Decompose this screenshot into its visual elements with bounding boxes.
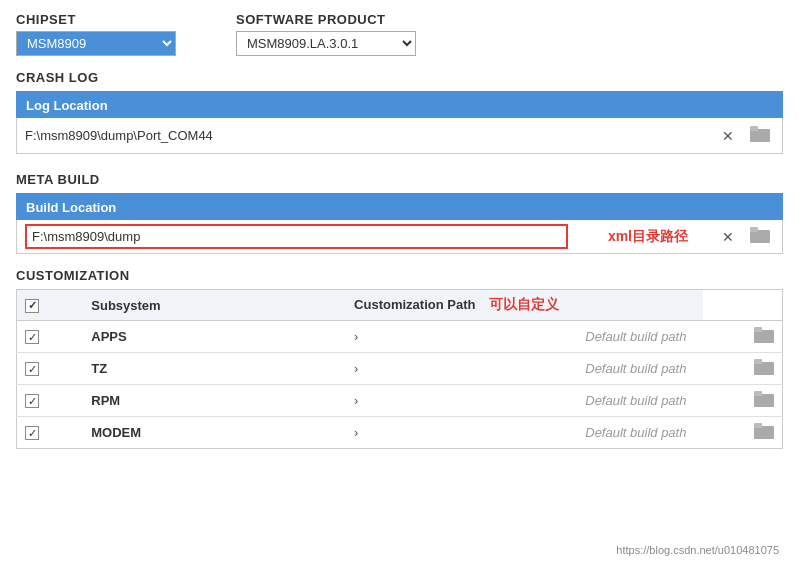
row-subsystem-0: APPS <box>83 321 346 353</box>
row-checkbox-1[interactable]: ✓ <box>25 362 39 376</box>
chipset-select[interactable]: MSM8909MSM8916MSM8974 <box>16 31 176 56</box>
row-folder-1[interactable] <box>703 353 783 385</box>
row-check-cell: ✓ <box>17 385 84 417</box>
svg-rect-3 <box>750 227 758 232</box>
row-folder-icon-2 <box>754 391 774 407</box>
customization-section: Customization ✓ Subsystem Customization … <box>16 268 783 449</box>
row-folder-icon-3 <box>754 423 774 439</box>
row-arrow-0: › <box>346 321 577 353</box>
meta-build-title: Meta Build <box>16 172 783 187</box>
table-header-row: ✓ Subsystem Customization Path 可以自定义 <box>17 290 783 321</box>
log-location-row: F:\msm8909\dump\Port_COM44 ✕ <box>16 118 783 154</box>
table-row: ✓ APPS › Default build path <box>17 321 783 353</box>
table-row: ✓ MODEM › Default build path <box>17 417 783 449</box>
row-folder-0[interactable] <box>703 321 783 353</box>
row-path-0: Default build path <box>577 321 702 353</box>
build-location-header: Build Location <box>16 193 783 220</box>
watermark-text: https://blog.csdn.net/u010481075 <box>616 544 779 556</box>
log-clear-button[interactable]: ✕ <box>718 126 738 146</box>
log-folder-button[interactable] <box>746 124 774 147</box>
row-check-cell: ✓ <box>17 321 84 353</box>
log-location-icons: ✕ <box>718 124 774 147</box>
self-define-annotation: 可以自定义 <box>489 296 559 312</box>
chipset-label: Chipset <box>16 12 176 27</box>
row-checkbox-3[interactable]: ✓ <box>25 426 39 440</box>
customization-table: ✓ Subsystem Customization Path 可以自定义 ✓ A… <box>16 289 783 449</box>
build-location-row: xml目录路径 ✕ <box>16 220 783 254</box>
log-path-text: F:\msm8909\dump\Port_COM44 <box>25 128 708 143</box>
header-check: ✓ <box>17 290 84 321</box>
software-product-select[interactable]: MSM8909.LA.3.0.1MSM8909.LA.2.0.1 <box>236 31 416 56</box>
svg-rect-11 <box>754 423 762 428</box>
folder-icon <box>750 126 770 142</box>
row-arrow-1: › <box>346 353 577 385</box>
row-check-cell: ✓ <box>17 417 84 449</box>
header-folder <box>577 290 702 321</box>
row-checkbox-0[interactable]: ✓ <box>25 330 39 344</box>
build-folder-button[interactable] <box>746 225 774 248</box>
row-folder-2[interactable] <box>703 385 783 417</box>
row-arrow-3: › <box>346 417 577 449</box>
build-clear-button[interactable]: ✕ <box>718 227 738 247</box>
svg-rect-7 <box>754 359 762 364</box>
row-path-3: Default build path <box>577 417 702 449</box>
software-product-label: Software Product <box>236 12 416 27</box>
row-folder-icon-1 <box>754 359 774 375</box>
crash-log-title: Crash Log <box>16 70 783 85</box>
header-path: Customization Path 可以自定义 <box>346 290 577 321</box>
software-product-field: Software Product MSM8909.LA.3.0.1MSM8909… <box>236 12 416 56</box>
svg-rect-1 <box>750 126 758 131</box>
row-path-2: Default build path <box>577 385 702 417</box>
customization-title: Customization <box>16 268 783 283</box>
row-folder-icon-0 <box>754 327 774 343</box>
svg-rect-5 <box>754 327 762 332</box>
row-path-1: Default build path <box>577 353 702 385</box>
header-checkbox[interactable]: ✓ <box>25 299 39 313</box>
folder-icon <box>750 227 770 243</box>
row-folder-3[interactable] <box>703 417 783 449</box>
log-location-header: Log Location <box>16 91 783 118</box>
header-path-label: Customization Path <box>354 297 475 312</box>
row-check-cell: ✓ <box>17 353 84 385</box>
row-subsystem-3: MODEM <box>83 417 346 449</box>
xml-annotation: xml目录路径 <box>608 228 688 246</box>
row-arrow-2: › <box>346 385 577 417</box>
build-path-input[interactable] <box>25 224 568 249</box>
table-row: ✓ RPM › Default build path <box>17 385 783 417</box>
build-location-icons: ✕ <box>718 225 774 248</box>
row-subsystem-2: RPM <box>83 385 346 417</box>
row-subsystem-1: TZ <box>83 353 346 385</box>
row-checkbox-2[interactable]: ✓ <box>25 394 39 408</box>
svg-rect-9 <box>754 391 762 396</box>
chipset-field: Chipset MSM8909MSM8916MSM8974 <box>16 12 176 56</box>
header-subsystem: Subsystem <box>83 290 346 321</box>
table-row: ✓ TZ › Default build path <box>17 353 783 385</box>
